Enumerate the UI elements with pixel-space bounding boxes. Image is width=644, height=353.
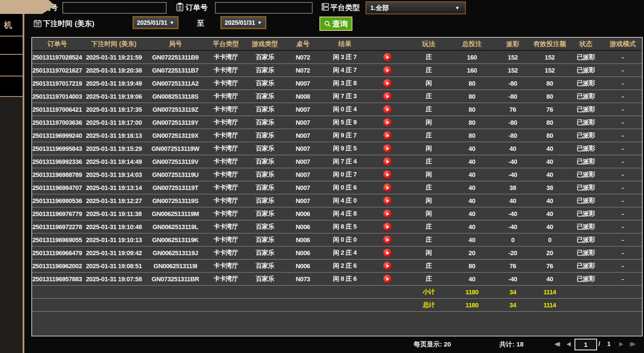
play-icon bbox=[386, 160, 389, 163]
cell-platform: 卡卡湾厅 bbox=[205, 233, 246, 246]
play-icon bbox=[386, 108, 389, 111]
cell-game-id: GN072251311B7 bbox=[146, 64, 205, 77]
next-page-icon[interactable]: ▶ bbox=[619, 341, 623, 347]
cell-total-bet: 40 bbox=[450, 220, 494, 233]
cell-payout: -40 bbox=[494, 207, 531, 220]
bet-row: 2501311970064212025-01-31 19:17:35GN0072… bbox=[32, 103, 642, 116]
cell-total-bet: 160 bbox=[450, 64, 494, 77]
cell-table-no: N007 bbox=[283, 116, 322, 129]
cell-valid-bet: 0 bbox=[531, 233, 568, 246]
cell-bet-time: 2025-01-31 19:19:06 bbox=[82, 90, 146, 103]
cell-result: 闲 0 庄 0 bbox=[322, 233, 367, 246]
sidebar-item-slots[interactable]: 机 bbox=[0, 14, 23, 37]
replay-button[interactable] bbox=[383, 223, 392, 231]
query-button[interactable]: 查询 bbox=[319, 17, 352, 31]
game-id-input[interactable] bbox=[63, 2, 166, 13]
replay-button[interactable] bbox=[383, 144, 392, 153]
date-from-select[interactable]: 2025/01/31 ▼ bbox=[133, 16, 179, 29]
cell-game-type: 百家乐 bbox=[246, 129, 283, 142]
cell-order-no: 250131197017219 bbox=[32, 77, 82, 90]
cell-game-id: GN0062513119J bbox=[146, 246, 205, 260]
cell-result: 闲 9 庄 5 bbox=[322, 142, 367, 155]
cell-play: 庄 bbox=[408, 260, 450, 273]
play-icon bbox=[386, 212, 389, 216]
col-header-table-no: 桌号 bbox=[283, 38, 322, 50]
order-no-input[interactable] bbox=[215, 2, 312, 13]
cell-result: 闲 5 庄 9 bbox=[322, 116, 367, 129]
cell-result: 闲 4 庄 0 bbox=[322, 194, 367, 207]
platform-select[interactable]: 1.全部 ▼ bbox=[365, 1, 466, 14]
bet-row: 2501311969923362025-01-31 19:14:49GN0072… bbox=[32, 155, 642, 168]
cell-table-no: N007 bbox=[283, 103, 322, 116]
replay-button[interactable] bbox=[383, 92, 392, 100]
cell-game-id: GN072251311B9 bbox=[146, 50, 205, 64]
cell-play: 庄 bbox=[408, 233, 450, 246]
cell-game-type: 百家乐 bbox=[246, 50, 283, 64]
cell-total-bet: 20 bbox=[450, 246, 494, 260]
replay-button[interactable] bbox=[383, 262, 392, 270]
sidebar-item-2[interactable] bbox=[0, 37, 23, 55]
cell-result: 闲 4 庄 8 bbox=[322, 207, 367, 220]
first-page-icon[interactable]: ◀◀ bbox=[554, 341, 560, 347]
query-button-label: 查询 bbox=[332, 19, 348, 29]
cell-play: 庄 bbox=[408, 155, 450, 168]
cell-total-bet: 160 bbox=[450, 50, 494, 64]
replay-button[interactable] bbox=[383, 105, 392, 113]
cell-game-type: 百家乐 bbox=[246, 64, 283, 77]
cell-game-id: GN0072513119U bbox=[146, 168, 205, 181]
date-to-select[interactable]: 2025/01/31 ▼ bbox=[220, 16, 266, 29]
cell-platform: 卡卡湾厅 bbox=[205, 77, 246, 90]
replay-button[interactable] bbox=[383, 236, 392, 244]
chevron-down-icon: ▼ bbox=[257, 20, 262, 25]
cell-valid-bet: 20 bbox=[531, 246, 568, 260]
replay-button[interactable] bbox=[383, 131, 392, 140]
replay-button[interactable] bbox=[383, 249, 392, 257]
bet-row: 2501311970285242025-01-31 19:21:59GN0722… bbox=[32, 50, 642, 64]
play-icon bbox=[386, 186, 389, 190]
replay-button[interactable] bbox=[383, 196, 392, 205]
replay-button[interactable] bbox=[383, 53, 392, 61]
play-icon bbox=[386, 225, 389, 229]
play-icon bbox=[386, 173, 389, 176]
cell-game-id: GN0082513118S bbox=[146, 90, 205, 103]
cell-order-no: 250131196988789 bbox=[32, 168, 82, 181]
replay-button[interactable] bbox=[383, 183, 392, 192]
cell-platform: 卡卡湾厅 bbox=[205, 273, 246, 286]
last-page-icon[interactable]: ▶▶ bbox=[630, 341, 635, 347]
cell-play: 闲 bbox=[408, 194, 450, 207]
replay-button[interactable] bbox=[383, 79, 392, 87]
cell-order-no: 250131196999240 bbox=[32, 129, 82, 142]
per-page-label: 每页显示: 20 bbox=[414, 340, 451, 349]
search-icon bbox=[324, 20, 331, 27]
cell-result: 闲 7 庄 4 bbox=[322, 155, 367, 168]
cell-payout: 40 bbox=[494, 194, 531, 207]
replay-button[interactable] bbox=[383, 210, 392, 218]
replay-button[interactable] bbox=[383, 118, 392, 127]
prev-page-icon[interactable]: ◀ bbox=[567, 341, 571, 347]
cell-valid-bet: 80 bbox=[531, 77, 568, 90]
page-number-input[interactable] bbox=[574, 339, 597, 350]
cell-replay bbox=[367, 220, 408, 233]
cell-order-no: 250131196962002 bbox=[32, 260, 82, 273]
cell-bet-time: 2025-01-31 19:21:59 bbox=[82, 50, 146, 64]
bet-row: 2501311969958432025-01-31 19:15:29GN0072… bbox=[32, 142, 642, 155]
replay-button[interactable] bbox=[383, 275, 392, 283]
replay-button[interactable] bbox=[383, 66, 392, 74]
cell-bet-time: 2025-01-31 19:08:51 bbox=[82, 260, 146, 273]
cell-platform: 卡卡湾厅 bbox=[205, 64, 246, 77]
sidebar-item-3[interactable] bbox=[0, 55, 23, 77]
cell-game-type: 百家乐 bbox=[246, 246, 283, 260]
replay-button[interactable] bbox=[383, 170, 392, 179]
col-header-bet-time: 下注时间 (美东) bbox=[82, 38, 146, 50]
replay-button[interactable] bbox=[383, 157, 392, 166]
cell-status: 已派彩 bbox=[568, 90, 604, 103]
cell-status: 已派彩 bbox=[568, 181, 604, 194]
play-icon bbox=[386, 56, 389, 59]
cell-play: 闲 bbox=[408, 77, 450, 90]
sidebar-item-4[interactable] bbox=[0, 77, 23, 97]
empty-cell bbox=[246, 286, 283, 299]
clipboard-icon bbox=[176, 3, 184, 11]
cell-bet-time: 2025-01-31 19:10:48 bbox=[82, 220, 146, 233]
cell-platform: 卡卡湾厅 bbox=[205, 116, 246, 129]
cell-order-no: 250131196995843 bbox=[32, 142, 82, 155]
